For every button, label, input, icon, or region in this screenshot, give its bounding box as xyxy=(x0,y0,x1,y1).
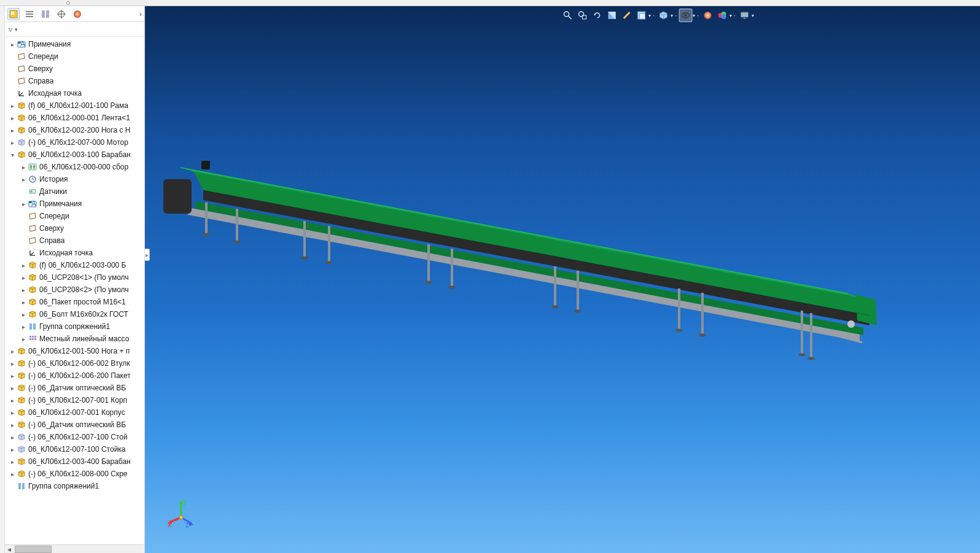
expand-icon[interactable]: ▸ xyxy=(9,458,16,465)
svg-rect-79 xyxy=(29,336,31,338)
tree-item[interactable]: ▸Спереди xyxy=(5,210,144,222)
tree-item[interactable]: ▸Местный линейный массо xyxy=(5,333,144,345)
feature-manager-panel: › ▿ ▾ ▸AПримечания▸Спереди▸Сверху▸Справа… xyxy=(5,6,145,553)
tree-item[interactable]: ▸(f) 06_КЛ06х12-001-100 Рама xyxy=(5,99,144,112)
tree-item-label: Спереди xyxy=(28,52,58,61)
filter-dropdown-caret[interactable]: ▾ xyxy=(15,26,18,33)
tree-item[interactable]: ▸06_КЛ06х12-007-100 Стойка xyxy=(5,443,144,455)
tree-item[interactable]: ▸Сверху xyxy=(5,222,144,234)
tree-item[interactable]: ▸(f) 06_КЛ06х12-003-000 Б xyxy=(5,259,144,271)
expand-icon[interactable]: ▸ xyxy=(9,422,16,428)
expand-icon[interactable]: ▸ xyxy=(9,102,16,109)
expand-icon[interactable]: ▸ xyxy=(20,287,27,293)
tree-item[interactable]: ▸Справа xyxy=(5,234,144,247)
collapse-icon[interactable]: ▾ xyxy=(9,152,16,158)
asm-grey-icon xyxy=(17,432,26,442)
tab-display-manager[interactable] xyxy=(71,8,84,20)
tree-item[interactable]: ▾06_КЛ06х12-003-100 Барабан xyxy=(5,149,144,161)
tree-item[interactable]: ▸06_UCP208<2> (По умолч xyxy=(5,284,144,296)
tree-item[interactable]: ▸(-) 06_Датчик оптический ВБ xyxy=(5,382,144,394)
svg-rect-130 xyxy=(22,483,25,489)
tree-item[interactable]: ▸(-) 06_КЛ6х12-007-000 Мотор xyxy=(5,136,144,149)
tree-item[interactable]: ▸Исходная точка xyxy=(5,87,144,99)
tree-item[interactable]: ▸AПримечания xyxy=(5,38,144,50)
expand-icon[interactable]: ▸ xyxy=(20,176,27,183)
expand-icon[interactable]: ▸ xyxy=(9,373,16,379)
expand-icon[interactable]: ▸ xyxy=(9,115,16,122)
panel-overflow-button[interactable]: › xyxy=(139,9,142,18)
expand-icon[interactable]: ▸ xyxy=(20,262,27,269)
axis-x-label: x xyxy=(168,520,171,528)
tree-item[interactable]: ▸Спереди xyxy=(5,50,144,63)
document-tab-strip[interactable] xyxy=(0,0,980,6)
tree-item[interactable]: ▸(-) 06_КЛ06х12-008-000 Скре xyxy=(5,468,144,480)
tree-item[interactable]: ▸AПримечания xyxy=(5,198,144,210)
expand-icon[interactable]: ▸ xyxy=(9,385,16,392)
expand-icon[interactable]: ▸ xyxy=(9,471,16,478)
tree-item[interactable]: ▸06_КЛ06х12-003-400 Барабан xyxy=(5,455,144,468)
tree-item[interactable]: ▸(-) 06_КЛ06х12-007-001 Корп xyxy=(5,394,144,406)
expand-icon[interactable]: ▸ xyxy=(9,127,16,134)
tree-item-label: 06_КЛ06х12-001-500 Нога + п xyxy=(28,347,130,355)
tab-close-dot[interactable] xyxy=(66,1,70,5)
expand-icon[interactable]: ▸ xyxy=(20,201,27,207)
tree-item[interactable]: ▸06_КЛ06х12-001-500 Нога + п xyxy=(5,345,144,357)
tab-feature-tree[interactable] xyxy=(7,8,20,20)
expand-icon[interactable]: ▸ xyxy=(20,323,27,330)
plane-icon xyxy=(28,223,37,233)
expand-icon[interactable]: ▸ xyxy=(20,274,27,281)
tree-horizontal-scrollbar[interactable]: ◂ xyxy=(5,544,144,553)
orientation-triad[interactable]: y x z xyxy=(166,498,196,528)
tab-configuration-manager[interactable] xyxy=(39,8,52,20)
tree-item[interactable]: ▸Датчики xyxy=(5,185,144,198)
graphics-viewport[interactable]: ▸ ▾ · ▾ · ▾ · ▾ · ▾ xyxy=(145,6,980,553)
expand-icon[interactable]: ▸ xyxy=(20,336,27,342)
tree-item-label: Местный линейный массо xyxy=(39,335,129,343)
expand-icon[interactable]: ▸ xyxy=(9,348,16,355)
svg-marker-14 xyxy=(18,53,25,60)
expand-icon[interactable]: ▸ xyxy=(20,299,27,306)
tree-item[interactable]: ▸06_Болт М16х60х2к ГОСТ xyxy=(5,308,144,320)
svg-marker-153 xyxy=(195,201,863,335)
plane-icon xyxy=(28,236,37,246)
expand-icon[interactable]: ▸ xyxy=(9,41,16,48)
expand-icon[interactable]: ▸ xyxy=(9,446,16,453)
expand-icon[interactable]: ▸ xyxy=(9,139,16,146)
tree-item[interactable]: ▸История xyxy=(5,173,144,185)
tree-item[interactable]: ▸(-) 06_КЛ06х12-007-100 Стой xyxy=(5,431,144,443)
expand-icon[interactable]: ▸ xyxy=(9,360,16,367)
feature-tree[interactable]: ▸AПримечания▸Спереди▸Сверху▸Справа▸Исход… xyxy=(5,37,144,544)
svg-point-193 xyxy=(179,516,183,519)
tree-item[interactable]: ▸(-) 06_КЛ06х12-006-002 Втулк xyxy=(5,357,144,369)
tree-item[interactable]: ▸Группа сопряжений1 xyxy=(5,320,144,333)
plane-icon xyxy=(17,76,26,86)
tree-item[interactable]: ▸06_UCP208<1> (По умолч xyxy=(5,271,144,284)
svg-point-179 xyxy=(551,306,559,309)
svg-point-182 xyxy=(699,334,706,337)
tree-item[interactable]: ▸Справа xyxy=(5,75,144,87)
assembly-icon xyxy=(9,9,18,19)
tree-item[interactable]: ▸06_КЛ06х12-002-200 Нога с Н xyxy=(5,124,144,136)
tree-item[interactable]: ▸(-) 06_Датчик оптический ВБ xyxy=(5,419,144,431)
expand-icon[interactable]: ▸ xyxy=(20,164,27,171)
tree-item[interactable]: ▸Исходная точка xyxy=(5,247,144,259)
tree-filter-row[interactable]: ▿ ▾ xyxy=(5,22,144,37)
expand-icon[interactable]: ▸ xyxy=(9,434,16,441)
command-manager-collapsed[interactable] xyxy=(0,6,5,553)
expand-icon[interactable]: ▸ xyxy=(20,311,27,318)
tree-item[interactable]: ▸06_КЛ06х12-000-001 Лента<1 xyxy=(5,112,144,124)
tree-item[interactable]: ▸(-) 06_КЛ06х12-006-200 Пакет xyxy=(5,369,144,382)
svg-rect-77 xyxy=(29,323,32,330)
hscroll-thumb[interactable] xyxy=(15,546,52,553)
tree-item[interactable]: ▸06_КЛ06х12-000-000 сбор xyxy=(5,161,144,173)
expand-icon[interactable]: ▸ xyxy=(9,409,16,416)
tab-dimxpert[interactable] xyxy=(55,8,68,20)
tree-item[interactable]: ▸06_Пакет простой М16<1 xyxy=(5,296,144,308)
tree-item[interactable]: ▸Сверху xyxy=(5,63,144,75)
svg-rect-40 xyxy=(29,164,36,170)
tree-item[interactable]: ▸Группа сопряжений1 xyxy=(5,480,144,492)
tab-property-manager[interactable] xyxy=(23,8,36,20)
tree-item[interactable]: ▸06_КЛ06х12-007-001 Корпус xyxy=(5,406,144,419)
asm-icon xyxy=(17,469,26,479)
expand-icon[interactable]: ▸ xyxy=(9,397,16,404)
